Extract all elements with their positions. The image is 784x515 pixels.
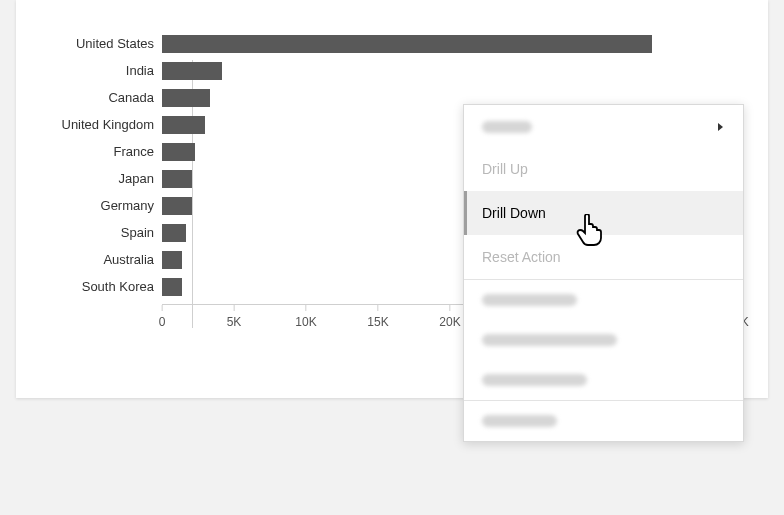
x-tick-label: 15K [367,305,388,329]
menu-label: Drill Down [482,205,546,221]
y-category-label: Germany [46,198,162,213]
bar-germany[interactable] [162,197,192,215]
menu-label-blurred: Explore [482,415,557,427]
menu-item-explore[interactable]: Explore [464,401,743,441]
bar-south-korea[interactable] [162,278,182,296]
menu-label-blurred: Sort By [482,121,532,133]
y-category-label: Japan [46,171,162,186]
bar-united-kingdom[interactable] [162,116,205,134]
menu-label: Drill Up [482,161,528,177]
menu-label-blurred: Download CSV [482,294,577,306]
bar-united-states[interactable] [162,35,652,53]
y-category-label: Spain [46,225,162,240]
bar-japan[interactable] [162,170,192,188]
y-category-label: United Kingdom [46,117,162,132]
menu-item-download-csv[interactable]: Download CSV [464,280,743,320]
bar-spain[interactable] [162,224,186,242]
menu-item-export-sheets[interactable]: Export to Sheets [464,360,743,400]
menu-item-sort-by[interactable]: Sort By [464,107,743,147]
chevron-right-icon [717,122,725,132]
menu-item-drill-up: Drill Up [464,147,743,191]
x-tick-label: 20K [439,305,460,329]
menu-item-drill-down[interactable]: Drill Down [464,191,743,235]
y-category-label: France [46,144,162,159]
menu-label-blurred: Download CSV (Excel) [482,334,617,346]
menu-label: Reset Action [482,249,561,265]
menu-label-blurred: Export to Sheets [482,374,587,386]
bar-france[interactable] [162,143,195,161]
y-category-label: India [46,63,162,78]
context-menu: Sort By Drill Up Drill Down Reset Action… [463,104,744,442]
menu-item-download-csv-excel[interactable]: Download CSV (Excel) [464,320,743,360]
y-category-label: Australia [46,252,162,267]
bar-india[interactable] [162,62,222,80]
x-tick-label: 0 [159,305,166,329]
menu-item-reset-action: Reset Action [464,235,743,279]
x-tick-label: 5K [227,305,242,329]
y-category-label: South Korea [46,279,162,294]
y-category-label: Canada [46,90,162,105]
bar-australia[interactable] [162,251,182,269]
y-category-label: United States [46,36,162,51]
bar-canada[interactable] [162,89,210,107]
x-tick-label: 10K [295,305,316,329]
